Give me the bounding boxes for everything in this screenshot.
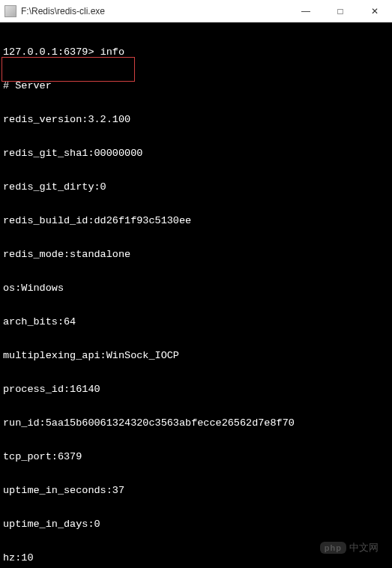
output-line: tcp_port:6379 [3, 451, 389, 462]
highlight-annotation [1, 57, 135, 82]
output-line: redis_build_id:dd26f1f93c5130ee [3, 215, 389, 226]
output-line: run_id:5aa15b60061324320c3563abfecce2656… [3, 417, 389, 429]
output-line: uptime_in_seconds:37 [3, 485, 389, 496]
output-line: os:Windows [3, 283, 389, 294]
output-line: redis_git_dirty:0 [3, 181, 389, 193]
output-line: process_id:16140 [3, 384, 389, 395]
command-text: info [100, 46, 124, 58]
close-button[interactable]: ✕ [358, 0, 392, 22]
section-header-server: # Server [3, 80, 389, 91]
app-icon [4, 5, 16, 17]
output-line: redis_version:3.2.100 [3, 114, 389, 125]
output-line: uptime_in_days:0 [3, 519, 389, 530]
prompt-text: 127.0.0.1:6379> [3, 46, 100, 58]
output-line: hz:10 [3, 552, 389, 564]
terminal-output[interactable]: 127.0.0.1:6379> info # Server redis_vers… [0, 22, 392, 568]
window-title: F:\Redis\redis-cli.exe [21, 6, 289, 16]
maximize-button[interactable]: □ [323, 0, 358, 22]
window-controls: — □ ✕ [289, 0, 392, 22]
minimize-button[interactable]: — [289, 0, 323, 22]
output-line: arch_bits:64 [3, 316, 389, 327]
prompt-line: 127.0.0.1:6379> info [3, 46, 389, 58]
output-line: redis_git_sha1:00000000 [3, 148, 389, 159]
window-titlebar: F:\Redis\redis-cli.exe — □ ✕ [0, 0, 392, 22]
output-line: redis_mode:standalone [3, 249, 389, 260]
output-line: multiplexing_api:WinSock_IOCP [3, 350, 389, 361]
